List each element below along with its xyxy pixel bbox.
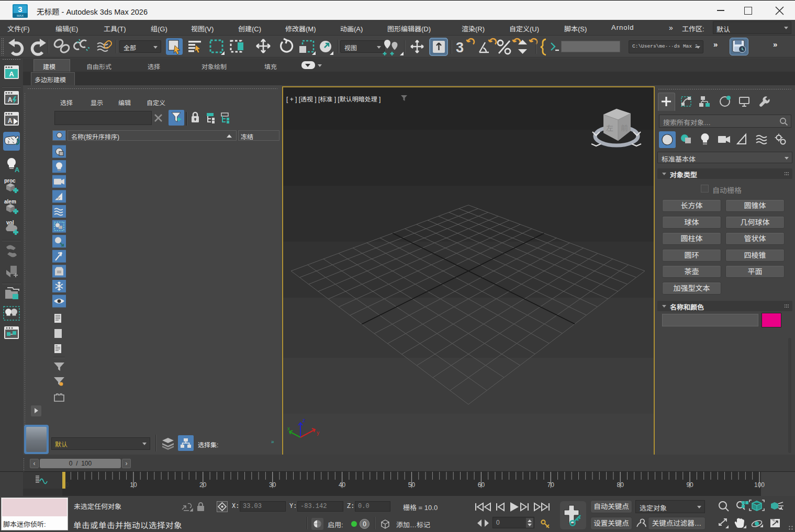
svg-text:80: 80 — [617, 481, 624, 489]
svg-text:左: 左 — [606, 122, 613, 133]
svg-text:70: 70 — [547, 481, 555, 489]
svg-text:前: 前 — [621, 122, 628, 133]
svg-text:90: 90 — [686, 481, 693, 489]
svg-text:3: 3 — [456, 40, 464, 55]
svg-text:z: z — [303, 417, 305, 423]
svg-text:y: y — [317, 430, 319, 436]
svg-text:100: 100 — [754, 481, 765, 489]
svg-text:alem: alem — [4, 199, 16, 205]
svg-text:3: 3 — [18, 5, 22, 14]
svg-text:proc: proc — [4, 178, 16, 184]
svg-text:A: A — [9, 70, 14, 78]
svg-text:A: A — [15, 166, 20, 174]
svg-text:40: 40 — [339, 481, 346, 489]
svg-text:A: A — [8, 96, 13, 104]
svg-text:MAX: MAX — [17, 14, 24, 17]
svg-text:x: x — [287, 426, 290, 432]
svg-text:60: 60 — [478, 481, 485, 489]
svg-text:A: A — [8, 117, 13, 124]
svg-text:0: 0 — [65, 481, 69, 489]
svg-text:10: 10 — [130, 481, 137, 489]
svg-text:50: 50 — [408, 481, 416, 489]
svg-text:30: 30 — [269, 481, 276, 489]
svg-text:20: 20 — [199, 481, 207, 489]
